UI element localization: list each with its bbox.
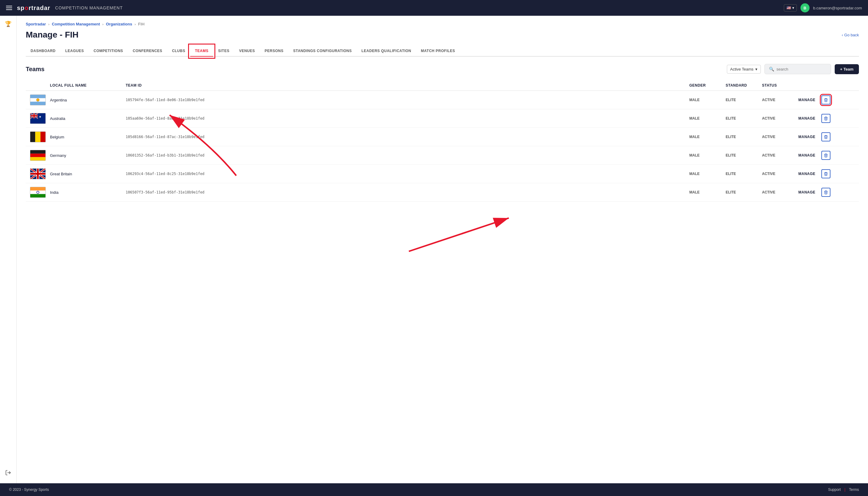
breadcrumb-organizations[interactable]: Organizations [106, 22, 133, 26]
delete-button[interactable] [821, 151, 831, 160]
team-flag-india [30, 187, 46, 198]
team-name: Australia [50, 116, 126, 121]
sidebar-trophy-icon[interactable]: 🏆 [5, 20, 12, 27]
footer-support-link[interactable]: Support [828, 487, 841, 492]
delete-button[interactable] [821, 95, 831, 105]
manage-button[interactable]: MANAGE [799, 153, 815, 157]
delete-button[interactable] [821, 169, 831, 179]
active-teams-label: Active Teams [730, 67, 754, 72]
teams-controls: Active Teams ▾ 🔍 + Team [727, 64, 859, 74]
main-content: Sportradar › Competition Management › Or… [17, 16, 868, 483]
tab-venues[interactable]: VENUES [234, 46, 260, 57]
team-flag-great-britain [30, 168, 46, 179]
team-flag-argentina [30, 94, 46, 105]
tab-conferences[interactable]: CONFERENCES [128, 46, 167, 57]
svg-rect-19 [30, 150, 45, 154]
manage-button[interactable]: MANAGE [799, 116, 815, 121]
team-id: 106507f3-56af-11ed-95bf-31e18b9e1fed [126, 190, 689, 195]
search-input[interactable] [777, 67, 819, 72]
team-gender: MALE [689, 135, 726, 139]
tab-clubs[interactable]: CLUBS [167, 46, 190, 57]
team-name: Great Britain [50, 172, 126, 176]
team-status: ACTIVE [762, 190, 799, 195]
breadcrumb-fih: FIH [138, 22, 144, 26]
team-name: Germany [50, 153, 126, 158]
breadcrumb-sep-3: › [135, 22, 136, 26]
col-status: Status [762, 83, 799, 88]
team-id: 105794fe-56af-11ed-8e06-31e18b9e1fed [126, 98, 689, 102]
tab-leagues[interactable]: LEAGUES [61, 46, 89, 57]
flag-cell [26, 150, 50, 161]
breadcrumb-sep-1: › [48, 22, 49, 26]
tab-teams[interactable]: TEAMS [190, 46, 214, 57]
tab-sites[interactable]: SITES [213, 46, 234, 57]
row-actions: MANAGE [799, 169, 859, 179]
go-back-button[interactable]: ‹ Go back [842, 33, 859, 37]
chevron-down-icon: ▾ [792, 6, 794, 10]
row-actions: MANAGE [799, 188, 859, 197]
breadcrumb-competition-management[interactable]: Competition Management [52, 22, 100, 26]
team-id: 105d8166-56af-11ed-87ac-31e18b9e1fed [126, 135, 689, 139]
table-row: ★ Australia 105aa69e-56af-11ed-8a84-31e1… [26, 109, 859, 128]
tab-competitions[interactable]: COMPETITIONS [89, 46, 128, 57]
add-team-button[interactable]: + Team [835, 64, 859, 74]
logo: sportradar [17, 4, 50, 12]
table-row: India 106507f3-56af-11ed-95bf-31e18b9e1f… [26, 183, 859, 202]
manage-button[interactable]: MANAGE [799, 172, 815, 176]
team-status: ACTIVE [762, 135, 799, 139]
hamburger-menu[interactable] [6, 6, 12, 10]
app-header: sportradar COMPETITION MANAGEMENT 🇺🇸 ▾ B… [0, 0, 868, 16]
svg-rect-1 [30, 95, 45, 98]
table-row: Great Britain 106293c4-56af-11ed-8c25-31… [26, 165, 859, 183]
team-gender: MALE [689, 98, 726, 102]
table-row: Belgium 105d8166-56af-11ed-87ac-31e18b9e… [26, 128, 859, 146]
active-teams-filter[interactable]: Active Teams ▾ [727, 65, 761, 74]
row-actions: MANAGE [799, 95, 859, 105]
delete-button[interactable] [821, 114, 831, 123]
manage-button[interactable]: MANAGE [799, 98, 815, 102]
flag-cell [26, 131, 50, 142]
team-standard: ELITE [726, 190, 762, 195]
row-actions: MANAGE [799, 151, 859, 160]
tab-persons[interactable]: PERSONS [260, 46, 288, 57]
sidebar-logout-icon[interactable] [5, 470, 11, 477]
col-standard: Standard [726, 83, 762, 88]
app-title: COMPETITION MANAGEMENT [55, 5, 123, 10]
team-status: ACTIVE [762, 98, 799, 102]
manage-button[interactable]: MANAGE [799, 190, 815, 195]
manage-button[interactable]: MANAGE [799, 135, 815, 139]
chevron-down-icon: ▾ [755, 67, 757, 72]
user-email: b.cameron@sportradar.com [813, 6, 862, 10]
team-status: ACTIVE [762, 116, 799, 121]
svg-point-4 [36, 98, 40, 102]
breadcrumb-sep-2: › [102, 22, 104, 26]
team-standard: ELITE [726, 98, 762, 102]
table-header: Local Full Name Team ID Gender Standard … [26, 80, 859, 91]
language-selector[interactable]: 🇺🇸 ▾ [784, 4, 797, 12]
row-actions: MANAGE [799, 132, 859, 141]
search-box: 🔍 [764, 64, 831, 74]
tab-dashboard[interactable]: DASHBOARD [26, 46, 61, 57]
delete-button[interactable] [821, 132, 831, 141]
flag-cell: ★ [26, 113, 50, 124]
delete-button[interactable] [821, 188, 831, 197]
footer-copyright: © 2023 - Synergy Sports [9, 487, 49, 492]
footer-terms-link[interactable]: Terms [849, 487, 859, 492]
team-gender: MALE [689, 153, 726, 157]
svg-rect-3 [30, 102, 45, 105]
chevron-left-icon: ‹ [842, 33, 843, 37]
col-local-full-name: Local Full Name [50, 83, 126, 88]
svg-rect-17 [35, 132, 40, 142]
team-id: 106293c4-56af-11ed-8c25-31e18b9e1fed [126, 172, 689, 176]
tab-match-profiles[interactable]: MATCH PROFILES [416, 46, 460, 57]
team-flag-australia: ★ [30, 113, 46, 124]
breadcrumb-sportradar[interactable]: Sportradar [26, 22, 46, 26]
tab-leaders-qualification[interactable]: LEADERS QUALIFICATION [357, 46, 416, 57]
svg-text:★: ★ [39, 115, 42, 119]
search-icon: 🔍 [769, 67, 774, 72]
team-standard: ELITE [726, 116, 762, 121]
svg-rect-14 [30, 115, 38, 116]
teams-table: Argentina 105794fe-56af-11ed-8e06-31e18b… [26, 91, 859, 202]
team-flag-belgium [30, 131, 46, 142]
tab-standings-configurations[interactable]: STANDINGS CONFIGURATIONS [288, 46, 357, 57]
